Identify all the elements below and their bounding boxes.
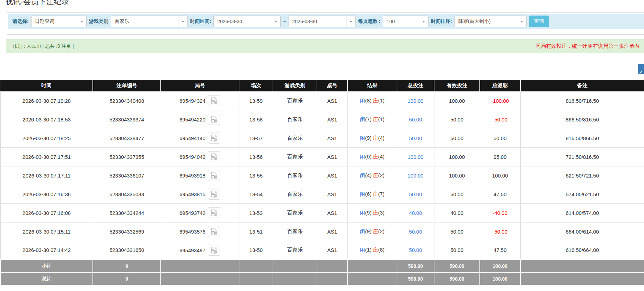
- video-replay-button[interactable]: [208, 95, 220, 106]
- cell-total-bet: 100.00: [397, 166, 434, 185]
- subtotal-empty-cell: [347, 260, 397, 272]
- cell-payout: 95.00: [480, 147, 520, 166]
- search-button[interactable]: 查询: [529, 16, 549, 27]
- page-size-value: 100: [383, 19, 419, 24]
- result-banker-label: 庄: [373, 228, 378, 234]
- query-type-select[interactable]: 日期查询: [31, 16, 87, 27]
- round-id-text: 695493576: [179, 229, 205, 235]
- subtotal-row: 小计 9 590.00 590.00 100.00: [0, 260, 644, 272]
- date-from-value: 2026-03-30: [214, 19, 271, 24]
- video-file-icon: [210, 247, 218, 254]
- video-file-icon: [210, 172, 218, 179]
- time-sort-select[interactable]: 降幂(由大到小): [455, 16, 527, 27]
- result-player-points: (9): [365, 228, 371, 234]
- result-player-label: 闲: [360, 116, 365, 122]
- video-replay-button[interactable]: [208, 170, 220, 181]
- valid-bet-notice-text: 同局有效投注，统一计算在该局第一张注单内: [536, 43, 639, 49]
- cell-remark: 616.50/664.00: [520, 241, 644, 260]
- table-header-row: 时间注单编号局号场次游戏类别桌号结果总投注有效投注总派彩备注: [0, 80, 644, 91]
- cell-game-type: 百家乐: [273, 203, 317, 222]
- video-file-icon: [210, 153, 218, 160]
- video-replay-button[interactable]: [208, 133, 220, 144]
- back-to-top-button-partial[interactable]: [638, 64, 644, 74]
- cell-session: 13-56: [239, 147, 273, 166]
- cell-session: 13-58: [239, 110, 273, 129]
- page-size-select[interactable]: 100: [383, 16, 429, 27]
- total-bet-link[interactable]: 100.00: [408, 98, 424, 104]
- caret-down-icon: [517, 16, 526, 27]
- cell-table-no: AS1: [317, 91, 347, 110]
- column-header: 总投注: [397, 80, 434, 91]
- cell-game-type: 百家乐: [273, 241, 317, 260]
- cell-bet-id: 523304335033: [93, 185, 161, 203]
- result-banker-label: 庄: [373, 210, 378, 216]
- table-body: 2026-03-30 07:19:28 523304340408 6954943…: [0, 91, 644, 260]
- total-bet-link[interactable]: 40.00: [409, 210, 422, 216]
- video-replay-button[interactable]: [208, 151, 220, 162]
- query-type-value: 日期查询: [32, 18, 77, 25]
- result-player-points: (4): [365, 172, 371, 178]
- cell-table-no: AS1: [317, 129, 347, 147]
- subtotal-label: 小计: [0, 260, 93, 272]
- cell-table-no: AS1: [317, 147, 347, 166]
- video-replay-button[interactable]: [208, 207, 220, 218]
- filter-panel: 请选择: 日期查询 游戏类别 百家乐 时间区间: 2026-03-30 ~ 20…: [6, 12, 644, 35]
- video-replay-button[interactable]: [208, 245, 220, 256]
- result-banker-label: 庄: [373, 135, 378, 141]
- result-player-points: (9): [365, 135, 371, 141]
- result-player-label: 闲: [360, 210, 365, 216]
- cell-result: 闲(7) 庄(1): [347, 110, 397, 129]
- cell-result: 闲(4) 庄(2): [347, 166, 397, 185]
- date-from-select[interactable]: 2026-03-30: [213, 16, 281, 27]
- video-file-icon: [210, 97, 218, 104]
- cell-remark: 574.00/621.50: [520, 185, 644, 203]
- cell-valid-bet: 100.00: [434, 91, 480, 110]
- result-banker-label: 庄: [373, 98, 378, 103]
- result-banker-points: (4): [378, 154, 385, 160]
- video-replay-button[interactable]: [208, 114, 220, 125]
- video-replay-button[interactable]: [208, 189, 220, 200]
- cell-valid-bet: 40.00: [434, 203, 480, 222]
- cell-session: 13-55: [239, 166, 273, 185]
- cell-valid-bet: 50.00: [434, 129, 480, 147]
- total-bet-link[interactable]: 50.00: [409, 191, 422, 197]
- column-header: 时间: [0, 80, 93, 91]
- cell-payout: -40.00: [480, 203, 520, 222]
- result-banker-points: (3): [378, 210, 385, 216]
- total-bet-link[interactable]: 50.00: [409, 117, 422, 122]
- cell-bet-id: 523304340408: [93, 91, 161, 110]
- cell-bet-id: 523304338477: [93, 129, 161, 147]
- cell-result: 闲(8) 庄(1): [347, 91, 397, 110]
- total-bet-link[interactable]: 50.00: [409, 135, 422, 141]
- currency-summary-text: 币别 : 人民币 | 总共 :9 注单 |: [13, 43, 74, 49]
- column-header: 有效投注: [434, 80, 480, 91]
- time-range-label: 时间区间:: [190, 18, 211, 25]
- total-bet-link[interactable]: 100.00: [408, 173, 424, 179]
- cell-game-type: 百家乐: [273, 166, 317, 185]
- cell-time: 2026-03-30 07:15:11: [0, 222, 93, 241]
- total-bet-link[interactable]: 50.00: [409, 229, 422, 235]
- cell-table-no: AS1: [317, 110, 347, 129]
- game-type-select[interactable]: 百家乐: [111, 16, 188, 27]
- column-header: 局号: [161, 80, 239, 91]
- result-player-label: 闲: [360, 135, 365, 141]
- result-banker-points: (8): [378, 247, 385, 253]
- total-bet-link[interactable]: 50.00: [409, 247, 422, 253]
- column-header: 场次: [239, 80, 273, 91]
- video-replay-button[interactable]: [208, 226, 220, 237]
- cell-valid-bet: 50.00: [434, 241, 480, 260]
- cell-remark: 816.50/716.50: [520, 91, 644, 110]
- result-player-points: (1): [365, 247, 371, 253]
- cell-time: 2026-03-30 07:17:51: [0, 147, 93, 166]
- cell-bet-id: 523304336107: [93, 166, 161, 185]
- result-banker-label: 庄: [373, 191, 378, 197]
- caret-down-icon: [77, 16, 86, 27]
- cell-bet-id: 523304332569: [93, 222, 161, 241]
- cell-remark: 664.00/614.00: [520, 222, 644, 241]
- cell-time: 2026-03-30 07:14:42: [0, 241, 93, 260]
- date-to-select[interactable]: 2026-03-30: [289, 16, 356, 27]
- cell-total-bet: 50.00: [397, 110, 434, 129]
- total-bet-link[interactable]: 100.00: [408, 154, 424, 160]
- video-file-icon: [210, 228, 218, 235]
- cell-round-id: 695494140: [161, 129, 239, 147]
